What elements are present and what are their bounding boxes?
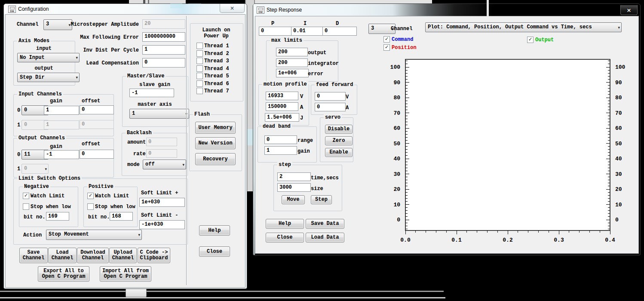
svg-text:70: 70 (393, 110, 400, 117)
positive-bit-field[interactable]: 168 (110, 212, 133, 221)
soft-limit-minus-field[interactable]: -1e+030 (139, 220, 185, 229)
input-row1-offset-field[interactable]: 0 (80, 120, 114, 129)
svg-text:50: 50 (393, 141, 400, 147)
negative-bit-field[interactable]: 169 (46, 212, 69, 221)
c-code-clipboard-button[interactable]: C Code -> Clipboard (138, 248, 170, 263)
p-field[interactable]: 0 (259, 27, 293, 36)
upload-channel-button[interactable]: Upload Channel (109, 248, 137, 263)
jerk-field[interactable]: 1.5e+006 (265, 113, 299, 122)
backlash-mode-dropdown[interactable]: off▾ (143, 160, 186, 169)
input-row0-gain-field[interactable]: 1 (44, 106, 79, 115)
step-time-field[interactable]: 2 (277, 172, 311, 181)
recovery-button[interactable]: Recovery (195, 153, 236, 165)
save-channel-button[interactable]: Save Channel (19, 248, 48, 263)
axis-input-dropdown[interactable]: No Input▾ (17, 53, 80, 62)
configuration-titlebar[interactable]: DM Configuration (4, 4, 247, 14)
feed-forward-title: feed forward (315, 82, 354, 88)
output-row0-offset-field[interactable]: 0 (80, 150, 114, 159)
thread-1-checkbox[interactable] (196, 43, 203, 49)
download-channel-button[interactable]: Download Channel (77, 248, 109, 263)
load-data-button[interactable]: Load Data (306, 233, 344, 243)
positive-watch-limit-checkbox[interactable]: ✓ (87, 193, 94, 199)
output-channels-title: Output Channels (17, 135, 66, 141)
thread-2-checkbox[interactable] (196, 50, 203, 57)
lead-compensation-field[interactable]: 0 (142, 58, 185, 68)
panel-separator (186, 16, 187, 285)
negative-watch-limit-checkbox[interactable]: ✓ (23, 193, 29, 199)
dead-band-gain-field[interactable]: 1 (264, 146, 297, 155)
input-row0-offset-field[interactable]: 0 (80, 105, 114, 114)
backlash-rate-field[interactable]: 0 (146, 149, 177, 158)
configuration-close-window-button[interactable]: Close (199, 246, 230, 257)
dead-band-range-field[interactable]: 0 (264, 135, 297, 144)
step-help-button[interactable]: Help (266, 219, 304, 229)
servo-enable-button[interactable]: Enable (325, 148, 353, 157)
svg-text:70: 70 (615, 110, 622, 117)
servo-zero-button[interactable]: Zero (325, 136, 353, 145)
output-row1-channel-dropdown[interactable]: 0▾ (21, 164, 49, 174)
step-response-title: Step Response (267, 7, 302, 13)
configuration-close-button[interactable]: × (220, 4, 245, 13)
svg-text:30: 30 (393, 171, 400, 178)
thread-6-label: Thread 6 (204, 81, 229, 87)
d-field[interactable]: 0 (322, 27, 357, 36)
thread-3-checkbox[interactable] (196, 58, 203, 64)
output-row0-gain-field[interactable]: -1 (44, 150, 79, 159)
export-all-button[interactable]: Export All to Open C Program (38, 266, 89, 282)
servo-disable-button[interactable]: Disable (325, 125, 353, 134)
slave-gain-field[interactable]: -1 (129, 89, 174, 97)
max-following-error-field[interactable]: 1000000000 (142, 32, 185, 42)
app-icon: DM (8, 6, 16, 13)
background-window-fragment-tick1 (143, 0, 145, 3)
output-checkbox[interactable]: ✓ (527, 37, 534, 43)
user-memory-button[interactable]: User Memory (195, 122, 236, 134)
max-integrator-field[interactable]: 200 (276, 58, 308, 67)
servo-title: servo (324, 114, 342, 120)
max-output-field[interactable]: 200 (276, 48, 308, 56)
positive-stop-when-low-checkbox[interactable] (87, 203, 94, 210)
soft-limit-plus-field[interactable]: 1e+030 (139, 198, 185, 207)
positive-limit-group: Positive ✓ Watch Limit Stop when low bit… (83, 187, 138, 227)
i-field[interactable]: 0.01 (291, 27, 325, 36)
axis-output-dropdown[interactable]: Step Dir▾ (17, 73, 80, 82)
command-checkbox[interactable]: ✓ (383, 36, 390, 43)
microstepper-amplitude-field[interactable]: 20 (142, 19, 185, 29)
negative-stop-when-low-checkbox[interactable] (23, 203, 29, 210)
ff-acceleration-field[interactable]: 0 (315, 103, 346, 111)
configuration-help-button[interactable]: Help (199, 225, 230, 236)
position-checkbox[interactable]: ✓ (383, 44, 390, 51)
master-axis-dropdown[interactable]: 1▾ (129, 109, 189, 119)
thread-4-checkbox[interactable] (196, 65, 203, 72)
plot-type-dropdown[interactable]: Plot: Command, Position, Output Command … (425, 22, 622, 32)
velocity-field[interactable]: 16933 (266, 92, 298, 100)
acceleration-field[interactable]: 150000 (266, 102, 298, 111)
backlash-amount-field[interactable]: 0 (146, 138, 177, 146)
thread-3-label: Thread 3 (204, 58, 229, 64)
step-close-button[interactable]: Close (266, 233, 304, 243)
thread-6-checkbox[interactable] (196, 80, 203, 87)
input-channels-group: Input Channels gain offset 0 0▾ 1 0 1 0▾… (13, 94, 114, 136)
new-version-button[interactable]: New Version (195, 137, 236, 149)
output-row1-index: 1 (17, 166, 20, 172)
max-error-field[interactable]: 1e+006 (276, 69, 309, 77)
input-row1-gain-field[interactable]: 1 (44, 120, 79, 129)
step-button[interactable]: Step (311, 195, 332, 204)
thread-5-checkbox[interactable] (196, 73, 203, 79)
action-dropdown[interactable]: Stop Movement▾ (46, 230, 142, 240)
ff-acceleration-label: A (346, 105, 349, 111)
move-button[interactable]: Move (282, 195, 305, 204)
svg-text:0.0: 0.0 (400, 237, 411, 243)
step-size-field[interactable]: 3000 (277, 183, 311, 192)
step-response-titlebar[interactable]: DM Step Response (253, 4, 640, 16)
max-limits-title: max limits (270, 37, 304, 43)
inv-dist-per-cycle-field[interactable]: 1 (142, 45, 185, 55)
ff-velocity-field[interactable]: 0 (315, 92, 346, 101)
save-data-button[interactable]: Save Data (306, 219, 344, 229)
import-all-button[interactable]: Import All from Open C Program (100, 266, 151, 282)
thread-7-checkbox[interactable] (196, 88, 203, 94)
load-channel-button[interactable]: Load Channel (48, 248, 77, 263)
step-response-window: DM Step Response × P I D 0 0.01 0 3▾ Cha… (253, 3, 641, 255)
background-window-bottom-line1 (0, 291, 444, 292)
input-gain-header: gain (50, 98, 62, 104)
step-response-close-button[interactable]: × (620, 5, 638, 15)
